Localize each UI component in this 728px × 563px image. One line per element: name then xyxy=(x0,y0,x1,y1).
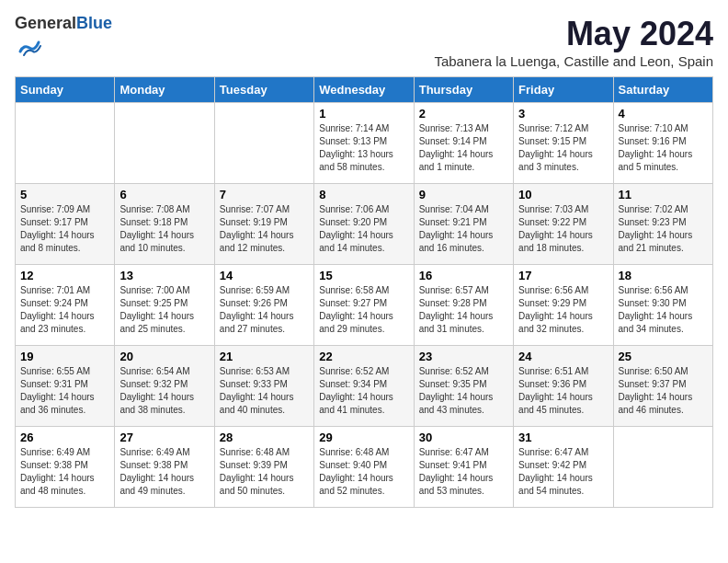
sunrise-text: Sunrise: 6:55 AM xyxy=(20,366,90,376)
day-number: 11 xyxy=(619,188,708,201)
sunset-text: Sunset: 9:27 PM xyxy=(319,298,387,308)
daylight-text: Daylight: 14 hours and 40 minutes. xyxy=(220,392,294,415)
daylight-text: Daylight: 14 hours and 46 minutes. xyxy=(619,392,693,415)
calendar-cell: 15 Sunrise: 6:58 AM Sunset: 9:27 PM Dayl… xyxy=(314,265,414,346)
sunset-text: Sunset: 9:40 PM xyxy=(319,460,387,470)
sunset-text: Sunset: 9:16 PM xyxy=(619,136,687,146)
daylight-text: Daylight: 14 hours and 54 minutes. xyxy=(518,473,593,496)
daylight-text: Daylight: 14 hours and 32 minutes. xyxy=(518,311,593,334)
day-number: 29 xyxy=(319,431,408,444)
calendar-cell: 14 Sunrise: 6:59 AM Sunset: 9:26 PM Dayl… xyxy=(214,265,313,346)
sunrise-text: Sunrise: 7:04 AM xyxy=(419,204,489,214)
day-info: Sunrise: 6:47 AM Sunset: 9:41 PM Dayligh… xyxy=(419,446,508,498)
daylight-text: Daylight: 14 hours and 38 minutes. xyxy=(119,392,194,415)
daylight-text: Daylight: 14 hours and 43 minutes. xyxy=(419,392,494,415)
day-number: 5 xyxy=(20,188,109,201)
month-title: May 2024 xyxy=(434,15,713,53)
calendar-cell: 3 Sunrise: 7:12 AM Sunset: 9:15 PM Dayli… xyxy=(514,103,613,184)
sunrise-text: Sunrise: 6:57 AM xyxy=(419,285,489,295)
day-info: Sunrise: 7:03 AM Sunset: 9:22 PM Dayligh… xyxy=(518,203,608,255)
daylight-text: Daylight: 14 hours and 12 minutes. xyxy=(220,230,294,253)
weekday-header-row: SundayMondayTuesdayWednesdayThursdayFrid… xyxy=(16,77,713,103)
day-info: Sunrise: 7:00 AM Sunset: 9:25 PM Dayligh… xyxy=(119,284,209,336)
day-number: 21 xyxy=(220,350,309,363)
daylight-text: Daylight: 14 hours and 10 minutes. xyxy=(119,230,194,253)
week-row-4: 19 Sunrise: 6:55 AM Sunset: 9:31 PM Dayl… xyxy=(16,346,713,427)
daylight-text: Daylight: 14 hours and 53 minutes. xyxy=(419,473,494,496)
sunset-text: Sunset: 9:28 PM xyxy=(419,298,487,308)
sunrise-text: Sunrise: 6:54 AM xyxy=(119,366,189,376)
sunrise-text: Sunrise: 6:51 AM xyxy=(518,366,588,376)
sunrise-text: Sunrise: 6:50 AM xyxy=(619,366,688,376)
sunset-text: Sunset: 9:22 PM xyxy=(518,217,586,227)
sunset-text: Sunset: 9:36 PM xyxy=(518,379,586,389)
sunset-text: Sunset: 9:38 PM xyxy=(20,460,88,470)
day-info: Sunrise: 7:10 AM Sunset: 9:16 PM Dayligh… xyxy=(619,122,708,174)
day-number: 8 xyxy=(319,188,408,201)
sunset-text: Sunset: 9:13 PM xyxy=(319,136,387,146)
day-info: Sunrise: 6:49 AM Sunset: 9:38 PM Dayligh… xyxy=(20,446,109,498)
day-number: 15 xyxy=(319,269,408,282)
sunset-text: Sunset: 9:34 PM xyxy=(319,379,387,389)
sunset-text: Sunset: 9:41 PM xyxy=(419,460,487,470)
sunrise-text: Sunrise: 6:59 AM xyxy=(220,285,290,295)
calendar-cell: 31 Sunrise: 6:47 AM Sunset: 9:42 PM Dayl… xyxy=(514,427,613,508)
logo: GeneralBlue xyxy=(15,15,112,63)
sunrise-text: Sunrise: 7:03 AM xyxy=(518,204,588,214)
day-number: 22 xyxy=(319,350,408,363)
daylight-text: Daylight: 14 hours and 3 minutes. xyxy=(518,149,593,172)
sunset-text: Sunset: 9:35 PM xyxy=(419,379,487,389)
weekday-header-tuesday: Tuesday xyxy=(214,77,313,103)
sunset-text: Sunset: 9:18 PM xyxy=(119,217,188,227)
day-info: Sunrise: 6:54 AM Sunset: 9:32 PM Dayligh… xyxy=(119,365,209,417)
weekday-header-monday: Monday xyxy=(115,77,214,103)
day-info: Sunrise: 6:49 AM Sunset: 9:38 PM Dayligh… xyxy=(119,446,209,498)
sunrise-text: Sunrise: 7:08 AM xyxy=(119,204,189,214)
day-info: Sunrise: 7:09 AM Sunset: 9:17 PM Dayligh… xyxy=(20,203,109,255)
calendar-cell: 23 Sunrise: 6:52 AM Sunset: 9:35 PM Dayl… xyxy=(414,346,513,427)
day-info: Sunrise: 7:12 AM Sunset: 9:15 PM Dayligh… xyxy=(518,122,608,174)
calendar-cell: 22 Sunrise: 6:52 AM Sunset: 9:34 PM Dayl… xyxy=(314,346,414,427)
calendar-cell: 26 Sunrise: 6:49 AM Sunset: 9:38 PM Dayl… xyxy=(16,427,115,508)
logo-general-text: General xyxy=(15,14,76,32)
sunset-text: Sunset: 9:15 PM xyxy=(518,136,586,146)
sunrise-text: Sunrise: 6:49 AM xyxy=(119,447,189,457)
calendar-cell: 17 Sunrise: 6:56 AM Sunset: 9:29 PM Dayl… xyxy=(514,265,613,346)
sunset-text: Sunset: 9:25 PM xyxy=(119,298,188,308)
sunset-text: Sunset: 9:19 PM xyxy=(220,217,288,227)
daylight-text: Daylight: 14 hours and 18 minutes. xyxy=(518,230,593,253)
calendar-cell: 19 Sunrise: 6:55 AM Sunset: 9:31 PM Dayl… xyxy=(16,346,115,427)
week-row-3: 12 Sunrise: 7:01 AM Sunset: 9:24 PM Dayl… xyxy=(16,265,713,346)
daylight-text: Daylight: 14 hours and 23 minutes. xyxy=(20,311,95,334)
daylight-text: Daylight: 13 hours and 58 minutes. xyxy=(319,149,393,172)
calendar-cell: 27 Sunrise: 6:49 AM Sunset: 9:38 PM Dayl… xyxy=(115,427,214,508)
calendar-cell: 8 Sunrise: 7:06 AM Sunset: 9:20 PM Dayli… xyxy=(314,184,414,265)
day-info: Sunrise: 7:08 AM Sunset: 9:18 PM Dayligh… xyxy=(119,203,209,255)
day-info: Sunrise: 7:07 AM Sunset: 9:19 PM Dayligh… xyxy=(220,203,309,255)
calendar-cell xyxy=(613,427,712,508)
day-info: Sunrise: 6:56 AM Sunset: 9:29 PM Dayligh… xyxy=(518,284,608,336)
day-number: 12 xyxy=(20,269,109,282)
sunrise-text: Sunrise: 7:10 AM xyxy=(619,123,688,133)
calendar-cell: 18 Sunrise: 6:56 AM Sunset: 9:30 PM Dayl… xyxy=(613,265,712,346)
day-info: Sunrise: 6:52 AM Sunset: 9:34 PM Dayligh… xyxy=(319,365,408,417)
calendar-cell: 21 Sunrise: 6:53 AM Sunset: 9:33 PM Dayl… xyxy=(214,346,313,427)
page-header: GeneralBlue May 2024 Tabanera la Luenga,… xyxy=(15,15,713,69)
day-number: 28 xyxy=(220,431,309,444)
sunrise-text: Sunrise: 6:48 AM xyxy=(220,447,290,457)
calendar-cell: 30 Sunrise: 6:47 AM Sunset: 9:41 PM Dayl… xyxy=(414,427,513,508)
sunset-text: Sunset: 9:37 PM xyxy=(619,379,687,389)
day-number: 7 xyxy=(220,188,309,201)
weekday-header-friday: Friday xyxy=(514,77,613,103)
sunset-text: Sunset: 9:23 PM xyxy=(619,217,687,227)
day-number: 19 xyxy=(20,350,109,363)
sunset-text: Sunset: 9:31 PM xyxy=(20,379,88,389)
calendar-cell: 28 Sunrise: 6:48 AM Sunset: 9:39 PM Dayl… xyxy=(214,427,313,508)
daylight-text: Daylight: 14 hours and 45 minutes. xyxy=(518,392,593,415)
sunset-text: Sunset: 9:29 PM xyxy=(518,298,586,308)
day-number: 16 xyxy=(419,269,508,282)
day-info: Sunrise: 7:02 AM Sunset: 9:23 PM Dayligh… xyxy=(619,203,708,255)
sunrise-text: Sunrise: 6:52 AM xyxy=(419,366,489,376)
sunrise-text: Sunrise: 7:12 AM xyxy=(518,123,588,133)
calendar-cell: 16 Sunrise: 6:57 AM Sunset: 9:28 PM Dayl… xyxy=(414,265,513,346)
